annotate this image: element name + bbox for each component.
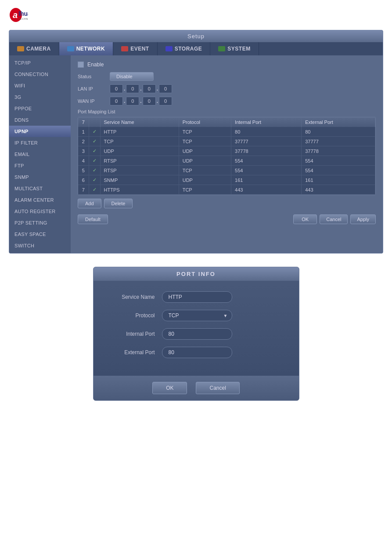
col-service-name: Service Name (100, 117, 179, 127)
protocol-select[interactable]: TCP UDP (162, 310, 232, 321)
table-row[interactable]: 5 ✓ RTSP TCP 554 554 (78, 166, 375, 175)
row-num: 5 (78, 166, 89, 175)
add-button[interactable]: Add (78, 199, 101, 208)
wan-ip-seg1[interactable] (110, 97, 123, 105)
lan-ip-seg2[interactable] (126, 84, 139, 93)
lan-ip-seg4[interactable] (159, 84, 172, 93)
wan-ip-label: WAN IP (78, 98, 106, 104)
row-check[interactable]: ✓ (89, 127, 100, 137)
dialog-ok-button[interactable]: OK (152, 382, 187, 394)
sidebar-item-ip-filter[interactable]: IP FILTER (9, 137, 71, 149)
row-check[interactable]: ✓ (89, 137, 100, 146)
table-row[interactable]: 7 ✓ HTTPS TCP 443 443 (78, 185, 375, 195)
table-row[interactable]: 2 ✓ TCP TCP 37777 37777 (78, 137, 375, 146)
row-check[interactable]: ✓ (89, 156, 100, 166)
sidebar-item-alarm-center[interactable]: ALARM CENTER (9, 194, 71, 206)
setup-panel: Setup CAMERA NETWORK EVENT STORAGE SYSTE… (9, 30, 383, 254)
table-row[interactable]: 4 ✓ RTSP UDP 554 554 (78, 156, 375, 166)
row-external: 443 (302, 185, 375, 195)
row-service: UDP (100, 146, 179, 156)
sidebar-item-ddns[interactable]: DDNS (9, 114, 71, 126)
wan-ip-seg2[interactable] (126, 97, 139, 105)
tab-bar: CAMERA NETWORK EVENT STORAGE SYSTEM (9, 42, 383, 55)
ok-button[interactable]: OK (293, 214, 317, 224)
sidebar-item-multicast[interactable]: MULTICAST (9, 183, 71, 194)
cancel-button[interactable]: Cancel (320, 214, 348, 224)
checkmark-icon: ✓ (93, 167, 97, 173)
row-service: RTSP (100, 166, 179, 175)
row-protocol: TCP (179, 137, 231, 146)
row-external: 161 (302, 175, 375, 185)
event-icon (121, 46, 128, 51)
sidebar-item-ftp[interactable]: FTP (9, 160, 71, 171)
row-protocol: UDP (179, 175, 231, 185)
content-area: TCP/IP CONNECTION WIFI 3G PPPOE DDNS UPN… (9, 55, 383, 253)
row-internal: 161 (231, 175, 302, 185)
sidebar-item-switch[interactable]: SWITCH (9, 240, 71, 251)
sidebar-item-auto-register[interactable]: AUTO REGISTER (9, 206, 71, 217)
sidebar-item-p2p-setting[interactable]: P2P SETTING (9, 217, 71, 229)
lan-ip-seg1[interactable] (110, 84, 123, 93)
col-count: 7 (78, 117, 89, 127)
port-info-dialog-wrapper: PORT INFO Service Name Protocol TCP UDP … (9, 267, 383, 401)
protocol-select-wrap: TCP UDP ▼ (162, 310, 232, 321)
external-port-label: External Port (107, 349, 155, 355)
storage-icon (165, 46, 173, 51)
row-check[interactable]: ✓ (89, 146, 100, 156)
svg-text:lhua: lhua (18, 10, 28, 17)
table-row[interactable]: 1 ✓ HTTP TCP 80 80 (78, 127, 375, 137)
sidebar-item-snmp[interactable]: SNMP (9, 171, 71, 183)
logo-area: a lhua TECHNOLOGY (0, 0, 392, 30)
port-mapping-title: Port Mapping List (78, 109, 376, 114)
row-service: SNMP (100, 175, 179, 185)
sidebar-item-upnp[interactable]: UPNP (9, 126, 71, 137)
row-internal: 37777 (231, 137, 302, 146)
service-name-label: Service Name (107, 294, 155, 300)
system-icon (218, 46, 225, 51)
row-external: 37777 (302, 137, 375, 146)
row-internal: 80 (231, 127, 302, 137)
sidebar-item-email[interactable]: EMAIL (9, 149, 71, 160)
row-service: HTTPS (100, 185, 179, 195)
sidebar-item-tcp-ip[interactable]: TCP/IP (9, 57, 71, 69)
apply-button[interactable]: Apply (350, 214, 376, 224)
tab-system[interactable]: SYSTEM (210, 42, 259, 55)
internal-port-input[interactable] (162, 328, 232, 340)
wan-ip-seg4[interactable] (159, 97, 172, 105)
row-service: TCP (100, 137, 179, 146)
sidebar-item-connection[interactable]: CONNECTION (9, 69, 71, 80)
status-row: Status Disable (78, 72, 376, 81)
service-name-input[interactable] (162, 291, 232, 303)
lan-ip-seg3[interactable] (143, 84, 156, 93)
tab-camera[interactable]: CAMERA (9, 42, 59, 55)
dialog-footer: OK Cancel (94, 376, 299, 400)
row-internal: 443 (231, 185, 302, 195)
table-row[interactable]: 3 ✓ UDP UDP 37778 37778 (78, 146, 375, 156)
row-check[interactable]: ✓ (89, 185, 100, 195)
sidebar-item-wifi[interactable]: WIFI (9, 80, 71, 91)
add-delete-row: Add Delete (78, 199, 376, 208)
sidebar-item-easy-space[interactable]: EASY SPACE (9, 229, 71, 240)
logo: a lhua TECHNOLOGY (9, 7, 28, 23)
external-port-input[interactable] (162, 347, 232, 358)
tab-network[interactable]: NETWORK (59, 42, 114, 55)
tab-system-label: SYSTEM (227, 46, 250, 52)
row-check[interactable]: ✓ (89, 166, 100, 175)
wan-ip-seg3[interactable] (143, 97, 156, 105)
delete-button[interactable]: Delete (104, 199, 133, 208)
enable-row: Enable (78, 62, 376, 68)
tab-storage[interactable]: STORAGE (158, 42, 211, 55)
wan-ip-input-group: . . . (110, 97, 172, 105)
row-external: 80 (302, 127, 375, 137)
table-row[interactable]: 6 ✓ SNMP UDP 161 161 (78, 175, 375, 185)
row-check[interactable]: ✓ (89, 175, 100, 185)
enable-checkbox[interactable] (78, 62, 84, 68)
default-button[interactable]: Default (78, 214, 108, 224)
sidebar: TCP/IP CONNECTION WIFI 3G PPPOE DDNS UPN… (9, 55, 71, 253)
dialog-cancel-button[interactable]: Cancel (196, 382, 239, 394)
sidebar-item-3g[interactable]: 3G (9, 91, 71, 103)
row-internal: 554 (231, 166, 302, 175)
sidebar-item-pppoe[interactable]: PPPOE (9, 103, 71, 114)
tab-event[interactable]: EVENT (113, 42, 158, 55)
port-mapping-table: 7 Service Name Protocol Internal Port Ex… (78, 117, 375, 195)
